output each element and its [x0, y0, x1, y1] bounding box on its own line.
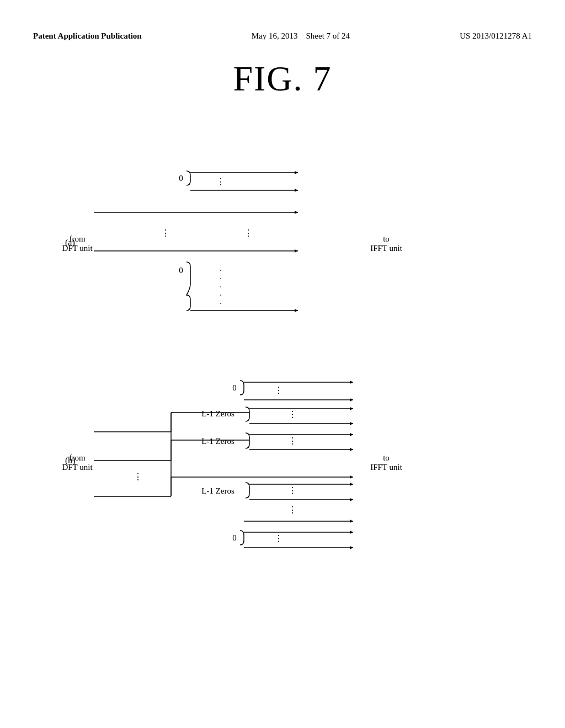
dots-bottom-a-1: · [220, 266, 222, 275]
from-dft-label-b2: DFT unit [62, 463, 93, 472]
dots-below-lm1-3: ⋮ [288, 505, 297, 515]
dots-bottom-a-5: · [220, 299, 222, 308]
dots-bottom-a-2: · [220, 275, 222, 283]
arrowhead-b-bottom2 [350, 546, 353, 549]
lm1-zeros-1: L-1 Zeros [201, 409, 234, 418]
diagram-svg: (a) from DFT unit to IFFT unit 0 ⋮ ⋮ ⋮ [0, 99, 565, 728]
dots-bottom-a-4: · [220, 291, 222, 299]
header-center: May 16, 2013 Sheet 7 of 24 [252, 30, 350, 42]
arrowhead-lm1-3-2 [350, 498, 353, 501]
dots-lm1-2: ⋮ [288, 436, 297, 446]
zero-bottom-b: 0 [232, 533, 237, 542]
brace-top-b [240, 381, 244, 395]
lm1-zeros-2: L-1 Zeros [201, 437, 234, 446]
brace-bottom-a [186, 262, 190, 311]
zero-bottom-a: 0 [179, 266, 183, 275]
arrowhead-lm1-1-2 [350, 422, 353, 425]
brace-lm1-3 [246, 483, 249, 498]
dots-top-b: ⋮ [274, 386, 283, 395]
zero-top-a: 0 [179, 174, 183, 183]
sheet-info: Sheet 7 of 24 [306, 31, 350, 40]
arrowhead-a-bottom [295, 309, 298, 312]
arrowhead-b-final1 [350, 520, 353, 523]
diagram-area: (a) from DFT unit to IFFT unit 0 ⋮ ⋮ ⋮ [0, 99, 565, 728]
arrowhead-stream-a-2 [295, 249, 298, 253]
brace-top-a [186, 171, 190, 185]
dots-center-a-2: ⋮ [244, 228, 253, 238]
arrowhead-stream-a-1 [295, 211, 298, 214]
patent-number: US 2013/0121278 A1 [460, 30, 532, 42]
to-ifft-label-a: to [383, 234, 390, 243]
dots-bottom-a-3: · [220, 283, 222, 291]
arrowhead-a-2 [295, 189, 298, 192]
arrowhead-lm1-3-1 [350, 483, 353, 486]
arrowhead-lm1-2-1 [350, 433, 353, 436]
brace-lm1-1 [246, 407, 249, 421]
publication-label: Patent Application Publication [33, 30, 142, 42]
dots-lm1-1: ⋮ [288, 410, 297, 419]
brace-lm1-2 [246, 433, 249, 448]
page-header: Patent Application Publication May 16, 2… [0, 0, 565, 42]
dots-b-left: ⋮ [134, 472, 142, 481]
arrowhead-lm1-2-2 [350, 448, 353, 451]
arrowhead-lm1-1-1 [350, 407, 353, 410]
from-dft-label-b: from [69, 453, 85, 462]
dots-top-a: ⋮ [216, 177, 225, 186]
from-dft-label-a: from [69, 234, 85, 243]
brace-bottom-b [240, 531, 244, 545]
arrowhead-b-top2 [350, 398, 353, 402]
to-ifft-label-b2: IFFT unit [370, 463, 402, 472]
arrowhead-b-top1 [350, 381, 353, 384]
to-ifft-label-a2: IFFT unit [370, 244, 402, 253]
zero-top-b: 0 [232, 383, 237, 392]
dots-lm1-3: ⋮ [288, 486, 297, 495]
dots-center-a-1: ⋮ [161, 228, 170, 238]
arrowhead-b-bottom1 [350, 531, 353, 534]
publication-date: May 16, 2013 [252, 31, 298, 40]
lm1-zeros-3: L-1 Zeros [201, 486, 234, 495]
arrowhead-b-3 [350, 475, 353, 479]
dots-bottom-b: ⋮ [274, 534, 283, 543]
from-dft-label-a2: DFT unit [62, 244, 93, 253]
to-ifft-label-b: to [383, 453, 390, 462]
figure-title: FIG. 7 [0, 58, 565, 99]
arrowhead-a-1 [295, 171, 298, 174]
